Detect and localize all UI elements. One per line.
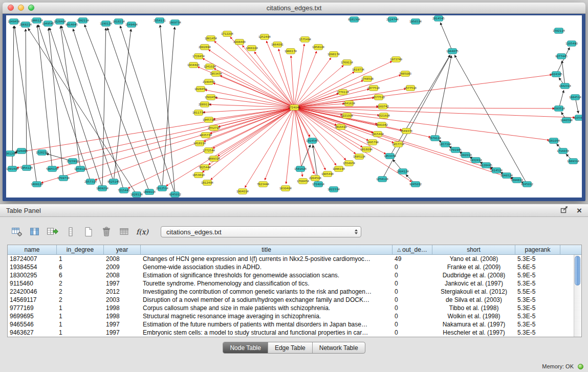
tab-node-table[interactable]: Node Table bbox=[223, 342, 268, 353]
network-edge[interactable] bbox=[84, 25, 149, 192]
network-node[interactable]: 7623444 bbox=[257, 182, 270, 187]
network-node[interactable]: 1986174 bbox=[285, 49, 297, 54]
scrollbar-thumb[interactable] bbox=[575, 256, 580, 286]
table-row[interactable]: 946554611997Estimation of the future num… bbox=[8, 320, 581, 329]
network-node[interactable]: 1549404 bbox=[125, 22, 138, 28]
network-edge[interactable] bbox=[382, 55, 450, 179]
network-node[interactable]: 1560454 bbox=[205, 95, 217, 100]
column-header-short[interactable]: short bbox=[432, 245, 515, 255]
table-cell[interactable]: 5.3E-5 bbox=[515, 312, 560, 320]
table-row[interactable]: 2242004622012Investigating the contribut… bbox=[8, 288, 581, 296]
network-node[interactable]: 1281054 bbox=[548, 138, 560, 144]
window-titlebar[interactable]: citations_edges.txt bbox=[3, 3, 585, 14]
table-cell[interactable]: 1 bbox=[57, 329, 104, 337]
network-node[interactable]: 1835734 bbox=[200, 133, 212, 138]
table-cell[interactable]: 2012 bbox=[104, 288, 141, 296]
network-node[interactable]: 7485083 bbox=[399, 71, 411, 77]
network-node[interactable]: 1748508 bbox=[361, 76, 374, 82]
network-node[interactable]: 1252494 bbox=[258, 34, 271, 40]
network-node[interactable]: 1611734 bbox=[192, 110, 205, 116]
network-edge[interactable] bbox=[12, 26, 14, 169]
network-node[interactable]: 1046594 bbox=[560, 118, 573, 123]
table-cell[interactable]: 9115460 bbox=[8, 279, 57, 288]
network-edge[interactable] bbox=[162, 27, 175, 188]
network-edge[interactable] bbox=[294, 107, 554, 108]
network-node[interactable]: 1905494 bbox=[321, 171, 334, 177]
delete-column-icon[interactable] bbox=[100, 225, 113, 238]
network-edge[interactable] bbox=[213, 83, 294, 107]
table-cell[interactable]: 5.3E-5 bbox=[515, 296, 560, 304]
network-node[interactable]: 1160742 bbox=[377, 104, 389, 110]
network-node[interactable]: 1321604 bbox=[378, 113, 390, 119]
network-node[interactable]: 1776114 bbox=[337, 90, 350, 95]
table-row[interactable]: 946362711997Embryonic stem cells: a mode… bbox=[8, 329, 581, 337]
table-cell[interactable]: 9465546 bbox=[8, 320, 57, 329]
network-edge[interactable] bbox=[454, 55, 527, 184]
network-node[interactable]: 9128445 bbox=[480, 163, 492, 168]
network-node[interactable]: 1628404 bbox=[54, 19, 67, 25]
table-cell[interactable]: 2 bbox=[57, 288, 104, 296]
table-cell[interactable]: Changes of HCN gene expression and I(f) … bbox=[141, 255, 393, 263]
network-node[interactable]: 9899314 bbox=[208, 156, 221, 162]
network-node[interactable]: 1956534 bbox=[409, 19, 422, 25]
network-edge[interactable] bbox=[37, 25, 52, 169]
network-edge[interactable] bbox=[60, 26, 80, 169]
network-node[interactable]: 1812494 bbox=[201, 180, 214, 186]
network-node[interactable]: 1669734 bbox=[169, 20, 182, 26]
network-canvas[interactable]: 1724046186145420028941728454193440412410… bbox=[6, 15, 582, 198]
network-node[interactable]: 7215445 bbox=[118, 188, 130, 193]
table-cell[interactable]: 5.5E-5 bbox=[515, 288, 560, 296]
network-node[interactable]: 2124744 bbox=[386, 17, 399, 23]
network-node[interactable]: 2204504 bbox=[309, 176, 322, 181]
table-cell[interactable]: Investigating the contribution of common… bbox=[141, 288, 393, 296]
network-edge[interactable] bbox=[57, 107, 294, 168]
table-cell[interactable]: 22420046 bbox=[8, 288, 57, 296]
network-node[interactable]: 1577514 bbox=[404, 85, 417, 91]
network-edge[interactable] bbox=[294, 107, 362, 147]
network-node[interactable]: 1641624 bbox=[343, 101, 356, 106]
network-node[interactable]: 6791945 bbox=[449, 147, 462, 153]
network-node[interactable]: 1528214 bbox=[36, 150, 49, 156]
network-node[interactable]: 1593514 bbox=[553, 106, 565, 112]
table-cell[interactable]: 2003 bbox=[104, 296, 141, 304]
network-node[interactable]: 1816410 bbox=[335, 124, 347, 130]
network-node[interactable]: 9245012 bbox=[521, 182, 533, 187]
network-node[interactable]: 1724014 bbox=[312, 182, 325, 187]
network-node[interactable]: 5905134 bbox=[46, 166, 59, 172]
network-edge[interactable] bbox=[166, 107, 294, 186]
network-node[interactable]: 1221004 bbox=[341, 113, 354, 119]
table-row[interactable]: 1872400712008Changes of HCN gene express… bbox=[8, 255, 581, 263]
network-edge[interactable] bbox=[294, 107, 512, 179]
table-cell[interactable]: Corpus callosum shape and size in male p… bbox=[141, 304, 393, 312]
network-node[interactable]: 1857394 bbox=[439, 142, 452, 147]
table-cell[interactable]: 1 bbox=[57, 255, 104, 263]
show-column-icon[interactable] bbox=[28, 225, 41, 238]
network-edge[interactable] bbox=[15, 107, 294, 153]
table-cell[interactable]: Jankovic et al. (1997) bbox=[432, 279, 515, 288]
network-node[interactable]: 1554974 bbox=[343, 161, 356, 166]
table-cell[interactable]: 0 bbox=[393, 271, 432, 279]
table-cell[interactable]: 1997 bbox=[104, 320, 141, 329]
network-node[interactable]: 1098174 bbox=[328, 52, 340, 57]
table-cell[interactable]: 5.3E-5 bbox=[515, 279, 560, 288]
table-row[interactable]: 1456911722003Disruption of a novel membe… bbox=[8, 296, 581, 304]
network-node[interactable]: 1628454 bbox=[194, 86, 207, 92]
table-cell[interactable]: 2 bbox=[57, 279, 104, 288]
network-edge[interactable] bbox=[61, 26, 114, 182]
network-node[interactable]: 1664091 bbox=[271, 42, 284, 48]
network-edge[interactable] bbox=[202, 107, 294, 172]
table-cell[interactable]: Tibbo et al. (1998) bbox=[432, 304, 515, 312]
network-node[interactable]: 1691042 bbox=[376, 122, 388, 128]
table-cell[interactable]: 5.3E-5 bbox=[515, 304, 560, 312]
table-cell[interactable]: Nakamura et al. (1997) bbox=[432, 320, 515, 329]
network-node[interactable]: 2092114 bbox=[77, 18, 90, 24]
network-node[interactable]: 1105914 bbox=[573, 115, 582, 121]
table-cell[interactable]: 49 bbox=[393, 255, 432, 263]
network-node[interactable]: 1105490 bbox=[565, 41, 578, 47]
network-node[interactable]: 1956124 bbox=[20, 165, 33, 171]
table-row[interactable]: 1938455462009Genome-wide association stu… bbox=[8, 263, 581, 271]
network-node[interactable]: 1628124 bbox=[130, 192, 143, 198]
tab-network-table[interactable]: Network Table bbox=[313, 342, 365, 353]
network-edge[interactable] bbox=[294, 61, 392, 107]
network-node[interactable]: 1695114 bbox=[353, 154, 366, 160]
